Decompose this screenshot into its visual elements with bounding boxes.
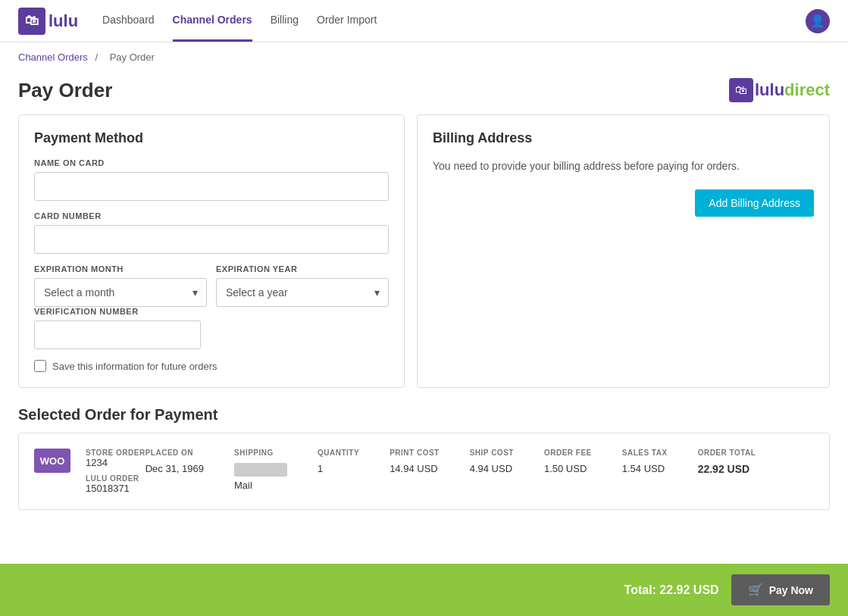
- page-title: Pay Order: [18, 79, 112, 102]
- quantity-header: QUANTITY: [318, 449, 359, 457]
- name-on-card-input[interactable]: [34, 172, 389, 201]
- nav-billing[interactable]: Billing: [271, 0, 299, 42]
- expiration-month-label: EXPIRATION MONTH: [34, 264, 207, 274]
- breadcrumb-separator: /: [95, 52, 100, 63]
- name-on-card-label: NAME ON CARD: [34, 158, 389, 167]
- two-column-layout: Payment Method NAME ON CARD CARD NUMBER …: [18, 114, 830, 388]
- direct-text: direct: [784, 80, 830, 99]
- main-content: Payment Method NAME ON CARD CARD NUMBER …: [0, 114, 848, 528]
- expiration-year-wrapper: Select a year 2024202520262027 202820292…: [216, 278, 389, 307]
- lulu-direct-logo: 🛍 luludirect: [729, 78, 830, 102]
- lulu-order-label: LULU ORDER: [86, 474, 146, 483]
- save-info-row: Save this information for future orders: [34, 360, 389, 372]
- order-fee-header: ORDER FEE: [544, 449, 592, 457]
- expiry-row: EXPIRATION MONTH Select a month JanuaryF…: [34, 264, 389, 307]
- store-order-label: STORE ORDER: [86, 449, 146, 457]
- sales-tax-value: 1.54 USD: [622, 463, 668, 474]
- navigation: 🛍 lulu Dashboard Channel Orders Billing …: [0, 0, 848, 42]
- print-cost-header: PRINT COST: [390, 449, 440, 457]
- placed-on-header: PLACED ON: [146, 449, 204, 457]
- print-cost-col: PRINT COST 14.94 USD: [390, 449, 440, 491]
- ship-cost-value: 4.94 USD: [470, 463, 514, 474]
- name-on-card-group: NAME ON CARD: [34, 158, 389, 201]
- logo[interactable]: 🛍 lulu: [18, 8, 78, 35]
- nav-links: Dashboard Channel Orders Billing Order I…: [102, 0, 377, 42]
- logo-text: lulu: [49, 11, 78, 31]
- lulu-direct-icon: 🛍: [729, 78, 753, 102]
- verification-group: VERIFICATION NUMBER: [34, 307, 389, 349]
- expiration-month-group: EXPIRATION MONTH Select a month JanuaryF…: [34, 264, 207, 307]
- verification-input[interactable]: [34, 321, 201, 349]
- user-avatar[interactable]: 👤: [806, 9, 830, 33]
- billing-address-card: Billing Address You need to provide your…: [417, 114, 830, 388]
- ship-cost-header: SHIP COST: [470, 449, 514, 457]
- quantity-value: 1: [318, 463, 359, 474]
- order-card: WOO STORE ORDER 1234 LULU ORDER 15018371…: [18, 433, 830, 510]
- print-cost-value: 14.94 USD: [390, 463, 440, 474]
- expiration-month-wrapper: Select a month JanuaryFebruaryMarch Apri…: [34, 278, 207, 307]
- card-number-group: CARD NUMBER: [34, 211, 389, 254]
- lulu-order-group: LULU ORDER 15018371: [86, 474, 146, 494]
- store-order-group: STORE ORDER 1234: [86, 449, 146, 468]
- card-number-label: CARD NUMBER: [34, 211, 389, 220]
- lulu-text: lulu: [755, 80, 784, 99]
- logo-icon: 🛍: [18, 8, 45, 35]
- card-number-input[interactable]: [34, 225, 389, 254]
- page-header: Pay Order 🛍 luludirect: [0, 72, 848, 114]
- save-info-label: Save this information for future orders: [52, 361, 217, 372]
- placed-on-value: Dec 31, 1969: [146, 463, 204, 474]
- order-fee-col: ORDER FEE 1.50 USD: [544, 449, 592, 491]
- breadcrumb-current: Pay Order: [110, 52, 155, 63]
- save-info-checkbox[interactable]: [34, 360, 46, 372]
- shipping-col: SHIPPING Mail: [234, 449, 287, 491]
- payment-method-title: Payment Method: [34, 130, 389, 146]
- quantity-col: QUANTITY 1: [318, 449, 359, 491]
- expiration-month-select[interactable]: Select a month JanuaryFebruaryMarch Apri…: [34, 278, 207, 307]
- order-top: WOO STORE ORDER 1234 LULU ORDER 15018371…: [34, 449, 814, 494]
- shipping-carrier-image: [234, 463, 287, 477]
- order-fee-value: 1.50 USD: [544, 463, 592, 474]
- selected-order-title: Selected Order for Payment: [18, 406, 830, 424]
- verification-label: VERIFICATION NUMBER: [34, 307, 389, 316]
- lulu-direct-text: luludirect: [755, 80, 830, 100]
- order-total-header: ORDER TOTAL: [698, 449, 756, 457]
- payment-method-card: Payment Method NAME ON CARD CARD NUMBER …: [18, 114, 405, 388]
- nav-channel-orders[interactable]: Channel Orders: [173, 0, 252, 42]
- ship-cost-col: SHIP COST 4.94 USD: [470, 449, 514, 491]
- expiration-year-label: EXPIRATION YEAR: [216, 264, 389, 274]
- woo-logo: WOO: [34, 449, 70, 473]
- expiration-year-group: EXPIRATION YEAR Select a year 2024202520…: [216, 264, 389, 307]
- breadcrumb: Channel Orders / Pay Order: [0, 42, 848, 72]
- add-billing-address-button[interactable]: Add Billing Address: [695, 189, 814, 217]
- expiration-year-select[interactable]: Select a year 2024202520262027 202820292…: [216, 278, 389, 307]
- shipping-method-value: Mail: [234, 480, 287, 491]
- sales-tax-col: SALES TAX 1.54 USD: [622, 449, 668, 491]
- billing-address-title: Billing Address: [433, 130, 814, 146]
- lulu-order-value: 15018371: [86, 483, 146, 494]
- placed-on-col: PLACED ON Dec 31, 1969: [146, 449, 204, 491]
- billing-address-description: You need to provide your billing address…: [433, 158, 814, 174]
- order-total-value: 22.92 USD: [698, 463, 756, 475]
- nav-dashboard[interactable]: Dashboard: [102, 0, 155, 42]
- nav-order-import[interactable]: Order Import: [317, 0, 377, 42]
- sales-tax-header: SALES TAX: [622, 449, 668, 457]
- order-total-col: ORDER TOTAL 22.92 USD: [698, 449, 756, 491]
- order-ids: STORE ORDER 1234 LULU ORDER 15018371: [86, 449, 146, 494]
- breadcrumb-parent[interactable]: Channel Orders: [18, 52, 88, 63]
- order-columns: PLACED ON Dec 31, 1969 SHIPPING Mail QUA…: [146, 449, 814, 491]
- store-order-value: 1234: [86, 457, 146, 468]
- shipping-header: SHIPPING: [234, 449, 287, 457]
